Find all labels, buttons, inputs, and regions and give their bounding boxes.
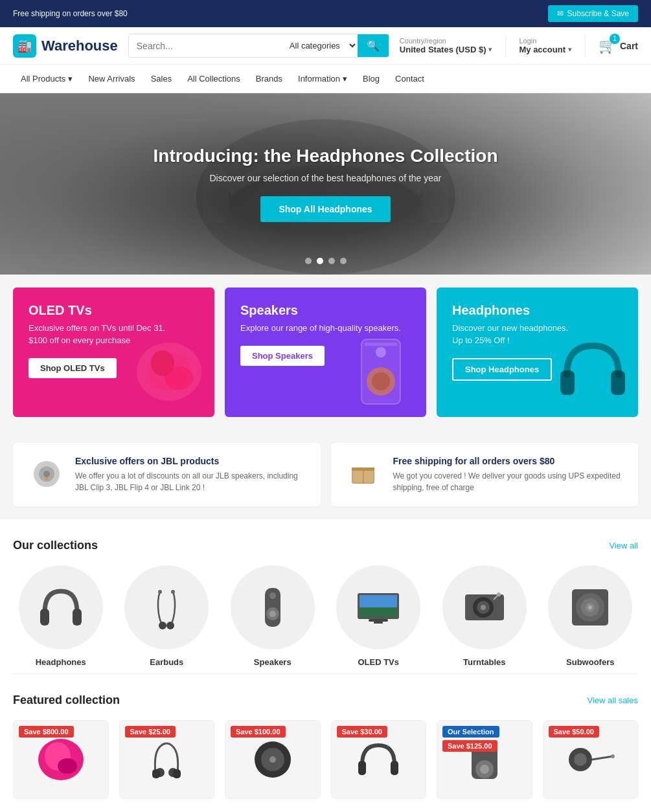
collection-item-subwoofers[interactable]: Subwoofers [543,565,639,667]
product-3-badge: Save $100.00 [231,726,286,738]
svg-point-48 [588,605,592,609]
nav-item-all-products[interactable]: All Products ▾ [13,65,80,93]
svg-rect-23 [73,609,82,626]
logo[interactable]: 🏭 Warehouse [13,34,118,58]
nav-item-contact[interactable]: Contact [387,65,432,93]
logo-icon: 🏭 [13,34,36,58]
info-banner-jbl: Exclusive offers on JBL products We offe… [13,443,321,506]
svg-rect-37 [360,607,397,617]
svg-rect-11 [365,343,397,346]
svg-point-30 [269,611,276,617]
promo-oled-image [130,333,208,411]
promo-headphones-image [554,333,632,411]
jbl-desc: We offer you a lot of discounts on all o… [75,470,305,493]
collection-item-oled[interactable]: OLED TVs [331,565,427,667]
shipping-icon [347,456,383,492]
subscribe-button[interactable]: ✉ Subscribe & Save [548,5,638,22]
hero-cta-button[interactable]: Shop All Headphones [260,196,390,222]
product-card-3[interactable]: Save $100.00 [225,720,321,799]
search-input[interactable] [129,34,280,57]
promo-oled-button[interactable]: Shop OLED TVs [29,358,117,378]
collection-item-headphones[interactable]: Headphones [13,565,109,667]
svg-point-27 [171,590,175,594]
hero-dot-3[interactable] [328,258,335,264]
top-bar: Free shipping on orders over $80 ✉ Subsc… [0,0,651,27]
svg-rect-34 [369,619,388,622]
product-card-4[interactable]: Save $30.00 [331,720,427,799]
nav-item-blog[interactable]: Blog [355,65,387,93]
product-5-badge-selection: Our Selection [442,726,499,738]
chevron-down-icon: ▾ [343,74,347,84]
country-region[interactable]: Country/region United States (USD $) ▾ [400,37,493,54]
main-nav: All Products ▾ New Arrivals Sales All Co… [0,65,651,93]
product-card-1[interactable]: Save $800.00 [13,720,109,799]
login-section[interactable]: Login My account ▾ [519,37,572,54]
product-card-6[interactable]: Save $50.00 [543,720,639,799]
svg-point-10 [376,347,386,357]
collection-item-earbuds[interactable]: Earbuds [119,565,215,667]
hero-title: Introducing: the Headphones Collection [154,146,498,166]
product-card-2[interactable]: Save $25.00 [119,720,215,799]
collections-title: Our collections [13,539,98,552]
svg-line-67 [592,756,613,760]
promo-headphones-title: Headphones [452,303,622,318]
product-2-badge: Save $25.00 [125,726,176,738]
svg-rect-22 [40,609,49,626]
promo-card-headphones: Headphones Discover our new headphones. … [437,288,638,417]
svg-rect-12 [560,370,575,395]
collection-circle-earbuds [124,565,209,649]
promo-speakers-button[interactable]: Shop Speakers [240,346,325,366]
promo-oled-desc1: Exclusive offers on TVs until Dec 31. [29,323,199,333]
collection-circle-turntables [442,565,527,649]
hero-banner: Introducing: the Headphones Collection D… [0,93,651,275]
collection-item-turntables[interactable]: Turntables [437,565,532,667]
promo-card-oled: OLED TVs Exclusive offers on TVs until D… [13,288,214,417]
collections-section: Our collections View all Headphones [0,519,651,673]
nav-item-all-collections[interactable]: All Collections [179,65,248,93]
collection-item-speakers[interactable]: Speakers [225,565,321,667]
hero-dot-4[interactable] [340,258,347,264]
svg-point-66 [574,753,587,766]
promo-speakers-desc1: Explore our range of high-quality speake… [240,323,411,333]
category-select[interactable]: All categories [280,34,358,57]
search-button[interactable]: 🔍 [358,34,389,57]
collections-view-all[interactable]: View all [609,541,638,550]
product-card-5[interactable]: Our Selection Save $125.00 [437,720,532,799]
header: 🏭 Warehouse All categories 🔍 Country/reg… [0,27,651,65]
collections-grid: Headphones Earbuds [13,565,638,667]
product-5-badge-save: Save $125.00 [442,740,497,752]
product-4-badge: Save $30.00 [337,726,387,738]
hero-dot-2[interactable] [317,258,323,264]
svg-point-6 [165,367,193,390]
chevron-down-icon: ▾ [568,45,572,54]
nav-item-sales[interactable]: Sales [143,65,180,93]
hero-dot-1[interactable] [305,258,312,264]
hero-content: Introducing: the Headphones Collection D… [154,146,498,222]
svg-point-24 [159,622,166,629]
chevron-down-icon: ▾ [68,74,73,84]
email-icon: ✉ [557,9,564,18]
svg-point-17 [45,477,48,480]
shipping-desc: We got you covered ! We deliver your goo… [393,470,623,493]
featured-view-all[interactable]: View all sales [587,695,638,705]
shipping-text: Free shipping on orders over $80 [13,9,128,18]
info-banner-shipping: Free shipping for all orders overs $80 W… [331,443,639,506]
promo-card-speakers: Speakers Explore our range of high-quali… [225,288,426,417]
svg-point-51 [58,758,77,774]
nav-item-new-arrivals[interactable]: New Arrivals [80,65,143,93]
promo-speakers-image [342,333,420,411]
svg-point-25 [166,622,174,629]
svg-point-26 [158,590,162,594]
jbl-title: Exclusive offers on JBL products [75,456,305,466]
hero-subtitle: Discover our selection of the best headp… [154,173,498,183]
nav-item-brands[interactable]: Brands [248,65,290,93]
promo-headphones-desc1: Discover our new headphones. [452,323,622,333]
svg-rect-13 [611,370,625,395]
promo-oled-title: OLED TVs [29,303,199,318]
svg-rect-35 [374,622,383,624]
collection-label-earbuds: Earbuds [150,657,183,667]
promo-headphones-button[interactable]: Shop Headphones [452,358,552,381]
nav-item-information[interactable]: Information ▾ [290,65,355,93]
cart-badge: 1 [610,34,620,44]
cart-button[interactable]: 🛒 1 Cart [599,38,638,54]
